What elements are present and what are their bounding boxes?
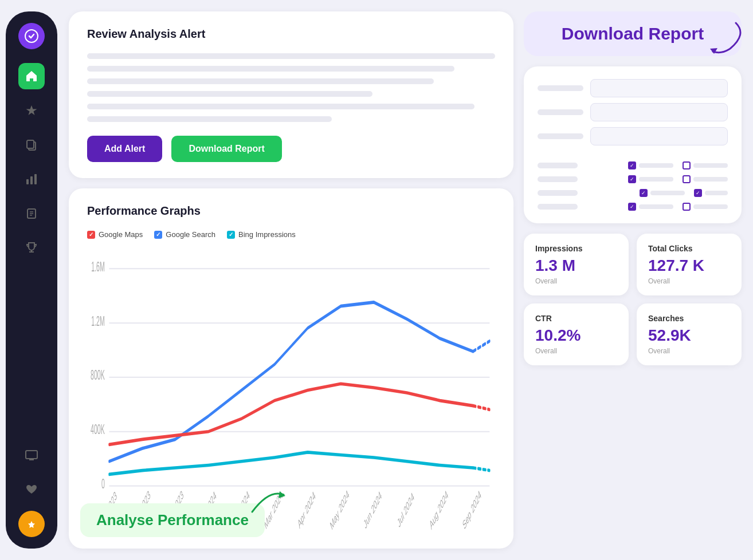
metric-ctr-sub: Overall bbox=[535, 347, 617, 355]
analyse-performance-badge[interactable]: Analyse Performance bbox=[80, 503, 265, 537]
svg-text:400K: 400K bbox=[91, 421, 105, 437]
checkbox-row-4 bbox=[538, 203, 728, 211]
cb-item-2a bbox=[628, 175, 673, 183]
svg-rect-2 bbox=[27, 140, 34, 148]
cb-label-3a bbox=[650, 191, 685, 195]
cb-item-1b bbox=[683, 161, 728, 169]
download-form-card bbox=[524, 66, 742, 223]
checkbox-2b[interactable] bbox=[683, 175, 691, 183]
skeleton-line-1 bbox=[87, 53, 495, 59]
sidebar-logo[interactable] bbox=[18, 23, 45, 49]
svg-text:Sep 2024: Sep 2024 bbox=[461, 488, 482, 532]
form-input-1[interactable] bbox=[590, 79, 728, 97]
form-input-3[interactable] bbox=[590, 127, 728, 145]
review-analysis-title: Review Analysis Alert bbox=[87, 27, 495, 41]
skeleton-line-4 bbox=[87, 91, 372, 97]
cb-label-4 bbox=[538, 204, 578, 210]
checkbox-4a[interactable] bbox=[628, 203, 636, 211]
checkbox-3a[interactable] bbox=[640, 189, 648, 197]
form-input-2[interactable] bbox=[590, 103, 728, 121]
metric-ctr: CTR 10.2% Overall bbox=[524, 303, 629, 365]
checkbox-1a[interactable] bbox=[628, 161, 636, 169]
checkbox-1b[interactable] bbox=[683, 161, 691, 169]
metric-ctr-label: CTR bbox=[535, 314, 617, 323]
checkbox-4b[interactable] bbox=[683, 203, 691, 211]
checkbox-group-1 bbox=[628, 161, 728, 169]
sidebar-item-copy[interactable] bbox=[18, 132, 45, 158]
metric-impressions-label: Impressions bbox=[535, 244, 617, 253]
analyse-arrow bbox=[246, 483, 292, 520]
metric-total-clicks-value: 127.7 K bbox=[648, 257, 730, 275]
sidebar-item-star[interactable] bbox=[18, 97, 45, 124]
form-row-2 bbox=[538, 103, 728, 121]
svg-text:1.2M: 1.2M bbox=[91, 313, 105, 328]
svg-rect-4 bbox=[30, 176, 33, 184]
legend-google-maps: ✓ Google Maps bbox=[87, 230, 143, 239]
cb-label-3b bbox=[705, 191, 728, 195]
legend-google-search: ✓ Google Search bbox=[154, 230, 215, 239]
checkbox-row-3 bbox=[538, 189, 728, 197]
svg-text:800K: 800K bbox=[91, 367, 105, 382]
form-label-skel-3 bbox=[538, 133, 583, 139]
performance-graphs-card: Performance Graphs ✓ Google Maps ✓ Googl… bbox=[69, 188, 513, 549]
svg-text:0: 0 bbox=[101, 476, 105, 491]
svg-text:1.6M: 1.6M bbox=[91, 259, 105, 274]
metric-impressions-value: 1.3 M bbox=[535, 257, 617, 275]
cb-label-2b bbox=[693, 177, 728, 182]
skeleton-line-6 bbox=[87, 116, 332, 122]
sidebar-item-book[interactable] bbox=[18, 200, 45, 227]
cb-item-4b bbox=[683, 203, 728, 211]
review-analysis-card: Review Analysis Alert Add Alert Download… bbox=[69, 11, 513, 178]
legend-label-google-search: Google Search bbox=[166, 230, 215, 239]
legend-label-bing: Bing Impressions bbox=[238, 230, 296, 239]
legend-bing-impressions: ✓ Bing Impressions bbox=[227, 230, 296, 239]
svg-text:Jun 2024: Jun 2024 bbox=[363, 488, 383, 531]
add-alert-button[interactable]: Add Alert bbox=[87, 136, 162, 162]
form-row-1 bbox=[538, 79, 728, 97]
metric-searches: Searches 52.9K Overall bbox=[637, 303, 742, 365]
metric-total-clicks-sub: Overall bbox=[648, 277, 730, 285]
cb-label-4a bbox=[639, 204, 673, 209]
legend-check-bing: ✓ bbox=[227, 231, 235, 239]
checkbox-3b[interactable] bbox=[694, 189, 702, 197]
form-label-skel-1 bbox=[538, 85, 583, 91]
cb-item-3b bbox=[694, 189, 728, 197]
metric-searches-sub: Overall bbox=[648, 347, 730, 355]
skeleton-line-2 bbox=[87, 66, 454, 72]
cb-label-1 bbox=[538, 163, 578, 168]
sidebar-item-screen[interactable] bbox=[18, 442, 45, 468]
skeleton-line-5 bbox=[87, 104, 474, 109]
cb-label-3 bbox=[538, 190, 578, 196]
cb-label-2 bbox=[538, 176, 578, 182]
metric-impressions: Impressions 1.3 M Overall bbox=[524, 234, 629, 295]
cb-item-1a bbox=[628, 161, 673, 169]
metrics-grid: Impressions 1.3 M Overall Total Clicks 1… bbox=[524, 234, 742, 365]
svg-rect-3 bbox=[26, 179, 29, 184]
checkbox-group-4 bbox=[628, 203, 728, 211]
sidebar-item-premium[interactable] bbox=[18, 511, 45, 537]
svg-rect-5 bbox=[34, 174, 37, 184]
form-label-skel-2 bbox=[538, 109, 583, 115]
sidebar-item-home[interactable] bbox=[18, 63, 45, 89]
svg-text:Aug 2024: Aug 2024 bbox=[428, 488, 449, 532]
cb-label-1b bbox=[693, 163, 728, 168]
cb-item-2b bbox=[683, 175, 728, 183]
form-row-3 bbox=[538, 127, 728, 145]
download-report-header: Download Report bbox=[524, 11, 742, 56]
sidebar-item-heart[interactable] bbox=[18, 476, 45, 503]
metric-searches-value: 52.9K bbox=[648, 326, 730, 345]
performance-graphs-title: Performance Graphs bbox=[87, 204, 495, 218]
cb-item-3a bbox=[640, 189, 685, 197]
sidebar-item-trophy[interactable] bbox=[18, 235, 45, 261]
legend-check-google-search: ✓ bbox=[154, 231, 162, 239]
main-content: Review Analysis Alert Add Alert Download… bbox=[63, 0, 753, 560]
svg-rect-12 bbox=[26, 451, 37, 459]
checkbox-2a[interactable] bbox=[628, 175, 636, 183]
download-arrow bbox=[701, 17, 747, 67]
checkbox-row-2 bbox=[538, 175, 728, 183]
svg-text:Apr 2024: Apr 2024 bbox=[296, 488, 316, 531]
download-report-title: Download Report bbox=[562, 24, 704, 43]
sidebar-item-chart[interactable] bbox=[18, 166, 45, 192]
download-report-button-main[interactable]: Download Report bbox=[171, 136, 281, 162]
cb-label-1a bbox=[639, 163, 673, 168]
